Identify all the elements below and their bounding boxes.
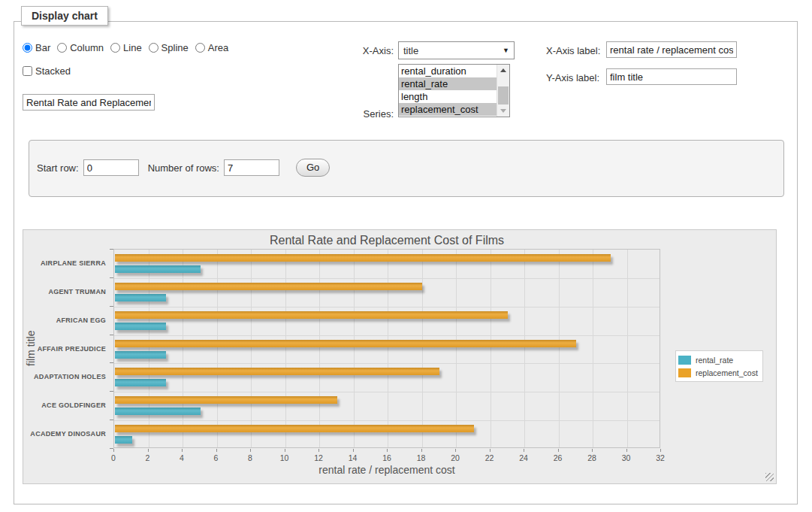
start-row-label: Start row: — [37, 162, 79, 174]
stacked-label: Stacked — [35, 65, 71, 77]
category-label: ADAPTATION HOLES — [23, 373, 106, 380]
bar-rental_rate — [115, 294, 166, 301]
gridline-vertical — [251, 250, 252, 447]
category-label: AGENT TRUMAN — [23, 288, 106, 295]
scrollbar-thumb[interactable] — [498, 86, 509, 105]
number-of-rows-input[interactable] — [224, 159, 279, 176]
x-axis-label-input[interactable] — [606, 41, 737, 58]
x-axis-select[interactable]: title ▼ — [398, 41, 515, 59]
bar-replacement_cost — [115, 425, 474, 432]
category-label: AFFAIR PREJUDICE — [23, 345, 106, 353]
chart-type-radio-bar[interactable] — [23, 43, 32, 53]
x-tick-label: 16 — [372, 453, 402, 462]
start-row-input[interactable] — [83, 159, 139, 176]
gridline-horizontal — [114, 420, 660, 421]
go-button[interactable]: Go — [296, 159, 330, 177]
chart-title: Rental Rate and Replacement Cost of Film… — [113, 234, 660, 247]
chart-type-label: Line — [123, 42, 142, 53]
chart-type-option-column[interactable]: Column — [57, 42, 104, 53]
chart-type-label: Spline — [161, 42, 189, 53]
chart-type-radio-line[interactable] — [110, 43, 120, 53]
x-axis-tick — [216, 449, 217, 452]
chart-type-option-bar[interactable]: Bar — [23, 42, 50, 53]
bar-replacement_cost — [115, 283, 422, 290]
bar-replacement_cost — [115, 368, 439, 375]
bar-replacement_cost — [115, 340, 576, 347]
category-label: AFRICAN EGG — [23, 317, 106, 324]
plot-area — [113, 249, 660, 448]
x-axis-tick — [250, 449, 251, 452]
gridline-vertical — [354, 250, 355, 447]
x-tick-label: 0 — [98, 453, 128, 462]
x-axis-tick — [660, 449, 661, 452]
legend-swatch — [678, 356, 691, 365]
scroll-down-button[interactable] — [497, 105, 509, 117]
gridline-vertical — [319, 250, 320, 447]
x-axis-tick — [490, 449, 491, 452]
resize-handle-icon[interactable] — [765, 473, 774, 481]
gridline-vertical — [456, 250, 457, 447]
x-axis-tick — [421, 449, 422, 452]
x-tick-label: 14 — [338, 453, 368, 462]
chart-type-label: Area — [208, 42, 228, 53]
gridline-horizontal — [114, 278, 660, 279]
series-option-rental_duration[interactable]: rental_duration — [399, 65, 497, 77]
x-axis-tick — [387, 449, 388, 452]
chart-title-input[interactable] — [23, 94, 155, 111]
y-axis-tick — [110, 362, 113, 363]
chart-type-option-line[interactable]: Line — [110, 42, 142, 53]
gridline-vertical — [491, 250, 491, 447]
gridline-horizontal — [114, 307, 660, 308]
y-axis-tick — [110, 335, 113, 335]
number-of-rows-label: Number of rows: — [148, 162, 219, 174]
category-label: ACE GOLDFINGER — [23, 401, 106, 409]
category-label: AIRPLANE SIERRA — [23, 259, 106, 267]
bar-replacement_cost — [115, 254, 611, 262]
x-tick-label: 10 — [270, 453, 300, 462]
x-axis-tick — [592, 449, 593, 452]
x-axis-tick — [148, 449, 149, 452]
chart-legend: rental_ratereplacement_cost — [675, 350, 763, 382]
y-axis-tick — [110, 448, 113, 449]
chart-type-label: Column — [70, 42, 104, 53]
arrow-up-icon — [500, 68, 506, 72]
listbox-scrollbar[interactable] — [497, 65, 509, 117]
chart-type-radio-group: BarColumnLineSplineArea — [23, 42, 235, 55]
bar-rental_rate — [115, 436, 132, 444]
series-listbox[interactable]: rental_durationrental_ratelengthreplacem… — [398, 64, 510, 117]
gridline-vertical — [388, 250, 388, 447]
chart-type-radio-column[interactable] — [57, 43, 67, 53]
series-option-replacement_cost[interactable]: replacement_cost — [399, 103, 497, 116]
chart-type-radio-area[interactable] — [195, 43, 205, 53]
x-axis-select-value: title — [403, 45, 500, 56]
gridline-vertical — [524, 250, 525, 447]
x-axis-tick — [524, 449, 524, 452]
x-tick-label: 30 — [611, 453, 641, 462]
x-axis-tick — [182, 449, 183, 452]
x-axis-tick — [318, 449, 319, 452]
series-option-length[interactable]: length — [399, 90, 497, 103]
gridline-vertical — [422, 250, 423, 447]
y-axis-tick — [110, 391, 113, 392]
x-tick-label: 20 — [440, 453, 470, 462]
bar-rental_rate — [115, 265, 201, 273]
bar-replacement_cost — [115, 311, 508, 319]
stacked-checkbox-row[interactable]: Stacked — [23, 65, 71, 77]
chart-type-option-spline[interactable]: Spline — [149, 42, 189, 53]
chart-type-radio-spline[interactable] — [149, 43, 158, 53]
y-axis-tick — [110, 306, 113, 307]
stacked-checkbox[interactable] — [23, 66, 32, 76]
y-axis-label-input[interactable] — [606, 68, 737, 85]
scroll-up-button[interactable] — [497, 65, 509, 76]
gridline-horizontal — [114, 363, 660, 364]
x-tick-label: 28 — [577, 453, 607, 462]
x-tick-label: 12 — [303, 453, 334, 462]
gridline-vertical — [593, 250, 593, 447]
x-axis-select-label: X-Axis: — [315, 45, 394, 56]
series-option-rental_rate[interactable]: rental_rate — [399, 77, 497, 90]
chart-type-option-area[interactable]: Area — [195, 42, 228, 53]
legend-entry-rental_rate: rental_rate — [678, 353, 758, 366]
legend-label: replacement_cost — [696, 368, 758, 377]
y-axis-tick — [110, 420, 113, 420]
x-tick-label: 18 — [406, 453, 436, 462]
